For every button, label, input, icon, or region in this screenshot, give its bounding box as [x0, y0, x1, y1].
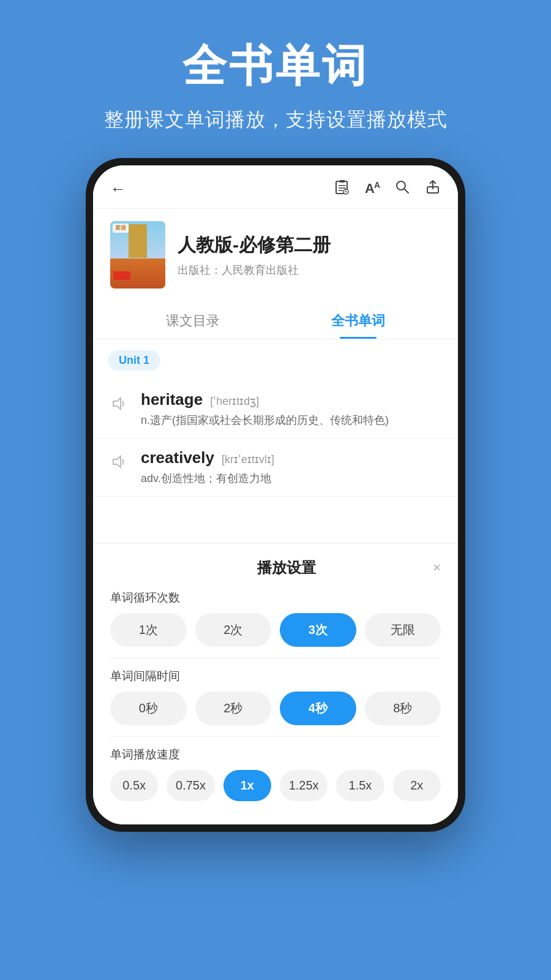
word-cn-creatively: adv.创造性地；有创造力地 [141, 471, 443, 486]
tab-words[interactable]: 全书单词 [276, 301, 441, 339]
interval-label: 单词间隔时间 [110, 668, 441, 684]
book-header: 英语 人教版-必修第二册 出版社：人民教育出版社 [93, 209, 458, 301]
speed-2-button[interactable]: 2x [393, 770, 441, 801]
settings-panel: 播放设置 × 单词循环次数 1次 2次 3次 无限 单词间隔时间 0秒 2秒 4… [93, 543, 458, 824]
interval-8-button[interactable]: 8秒 [365, 692, 441, 725]
phone-topbar: ← AA [93, 165, 458, 209]
settings-close-button[interactable]: × [433, 560, 441, 576]
interval-options: 0秒 2秒 4秒 8秒 [110, 692, 441, 725]
speaker-icon-heritage[interactable] [108, 393, 130, 415]
banner-title: 全书单词 [182, 37, 369, 96]
word-content-heritage: heritage [ˈherɪtɪdʒ] n.遗产(指国家或社会长期形成的历史、… [141, 390, 443, 428]
word-en-heritage: heritage [141, 390, 203, 409]
svg-rect-1 [340, 180, 345, 183]
phone-mockup: ← AA [86, 158, 465, 832]
book-info: 人教版-必修第二册 出版社：人民教育出版社 [178, 233, 441, 277]
word-phonetic-creatively: [krɪˈeɪtɪvlɪ] [222, 453, 274, 466]
speed-label: 单词播放速度 [110, 747, 441, 763]
tab-catalogue[interactable]: 课文目录 [110, 301, 276, 339]
loop-unlimited-button[interactable]: 无限 [365, 613, 441, 647]
word-cn-heritage: n.遗产(指国家或社会长期形成的历史、传统和特色) [141, 413, 443, 428]
loop-count-label: 单词循环次数 [110, 590, 441, 606]
book-cover: 英语 [110, 221, 165, 288]
loop-3-button[interactable]: 3次 [280, 613, 356, 647]
top-banner: 全书单词 整册课文单词播放，支持设置播放模式 [0, 0, 551, 158]
svg-marker-12 [113, 398, 121, 409]
back-button[interactable]: ← [110, 179, 126, 198]
tabs: 课文目录 全书单词 [93, 301, 458, 339]
phone-screen: ← AA [93, 165, 458, 824]
interval-2-button[interactable]: 2秒 [195, 692, 272, 725]
topbar-icons: AA [334, 179, 441, 198]
word-item-creatively: creatively [krɪˈeɪtɪvlɪ] adv.创造性地；有创造力地 [93, 439, 458, 497]
settings-header: 播放设置 × [110, 558, 441, 578]
speed-options: 0.5x 0.75x 1x 1.25x 1.5x 2x [110, 770, 441, 801]
book-publisher: 出版社：人民教育出版社 [178, 263, 441, 277]
word-list: Unit 1 heritage [ˈherɪtɪdʒ] n.遗产(指国家或社会长… [93, 339, 458, 543]
loop-count-options: 1次 2次 3次 无限 [110, 613, 441, 647]
font-size-icon[interactable]: AA [365, 180, 380, 197]
speaker-icon-creatively[interactable] [108, 451, 130, 473]
word-en-creatively: creatively [141, 448, 214, 467]
loop-2-button[interactable]: 2次 [195, 613, 272, 647]
speed-1-button[interactable]: 1x [223, 770, 271, 801]
word-item-heritage: heritage [ˈherɪtɪdʒ] n.遗产(指国家或社会长期形成的历史、… [93, 380, 458, 439]
speed-15-button[interactable]: 1.5x [336, 770, 384, 801]
speed-075-button[interactable]: 0.75x [167, 770, 214, 801]
unit-badge: Unit 1 [108, 350, 160, 371]
share-icon[interactable] [425, 179, 441, 198]
word-phonetic-heritage: [ˈherɪtɪdʒ] [210, 394, 259, 408]
book-title: 人教版-必修第二册 [178, 233, 441, 258]
divider-2 [110, 736, 441, 737]
clipboard-icon[interactable] [334, 179, 350, 198]
search-icon[interactable] [394, 179, 410, 198]
svg-marker-13 [113, 456, 121, 467]
loop-1-button[interactable]: 1次 [110, 613, 187, 647]
speed-05-button[interactable]: 0.5x [110, 770, 158, 801]
speed-125-button[interactable]: 1.25x [280, 770, 328, 801]
word-content-creatively: creatively [krɪˈeɪtɪvlɪ] adv.创造性地；有创造力地 [141, 448, 443, 486]
divider-1 [110, 658, 441, 658]
settings-title: 播放设置 [140, 558, 433, 578]
svg-line-9 [404, 189, 408, 193]
banner-subtitle: 整册课文单词播放，支持设置播放模式 [104, 107, 448, 134]
interval-0-button[interactable]: 0秒 [110, 692, 187, 725]
interval-4-button[interactable]: 4秒 [280, 692, 356, 725]
